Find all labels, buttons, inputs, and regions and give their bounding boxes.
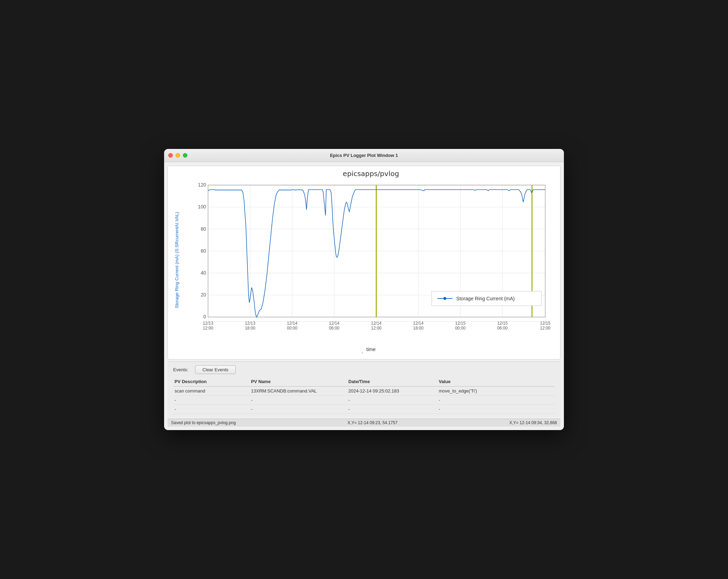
svg-text:18:00: 18:00	[413, 326, 423, 331]
table-header-row: PV Description PV Name Date/Time Value	[173, 377, 555, 387]
events-table: PV Description PV Name Date/Time Value s…	[173, 377, 555, 414]
svg-text:06:00: 06:00	[329, 326, 339, 331]
row1-value: -	[437, 397, 555, 403]
bottom-panel: Events: Clear Events PV Description PV N…	[168, 362, 560, 417]
svg-text:60: 60	[201, 248, 206, 254]
header-pv-name: PV Name	[250, 378, 347, 385]
svg-text:12/14: 12/14	[371, 321, 381, 326]
svg-text:12/15: 12/15	[497, 321, 508, 326]
svg-text:12:00: 12:00	[371, 326, 381, 331]
status-center: X,Y= 12-14 09:23, 54.1757	[348, 420, 398, 425]
chart-svg: 120 100 80 60 40 20 0 12/1312:00	[185, 181, 557, 345]
svg-text:0: 0	[203, 314, 206, 320]
row0-pv-desc: scan command	[173, 388, 250, 394]
row1-datetime: -	[347, 397, 437, 403]
titlebar: Epics PV Logger Plot Window 1	[164, 149, 564, 162]
svg-text:12/14: 12/14	[329, 321, 339, 326]
main-content: Storage Ring Current (mA) (S:SRcurrentAI…	[164, 162, 564, 430]
close-button[interactable]	[168, 153, 173, 158]
row0-datetime: 2024-12-14 09:25:02.183	[347, 388, 437, 394]
events-label: Events:	[173, 367, 188, 372]
chart-wrapper: epicsapps/pvlog	[185, 169, 557, 350]
events-row: Events: Clear Events	[173, 365, 555, 374]
status-bar: Saved plot to epicsapps_pvlog.png X,Y= 1…	[168, 419, 560, 427]
window-title: Epics PV Logger Plot Window 1	[330, 153, 398, 158]
traffic-lights	[168, 153, 187, 158]
svg-text:12/14: 12/14	[413, 321, 423, 326]
main-window: Epics PV Logger Plot Window 1 Storage Ri…	[164, 149, 564, 430]
header-value: Value	[437, 378, 555, 385]
row2-value: -	[437, 406, 555, 412]
x-axis-label: time	[185, 347, 557, 352]
svg-text:12:00: 12:00	[540, 326, 550, 331]
chart-title: epicsapps/pvlog	[185, 169, 557, 178]
plot-area: Storage Ring Current (mA) (S:SRcurrentAI…	[168, 166, 560, 359]
svg-text:00:00: 00:00	[455, 326, 466, 331]
svg-text:100: 100	[198, 204, 206, 209]
legend-label: Storage Ring Current (mA)	[456, 296, 515, 301]
status-right: X,Y= 12-14 09:34, 32.868	[509, 420, 557, 425]
svg-text:18:00: 18:00	[245, 326, 255, 331]
svg-text:40: 40	[201, 270, 206, 276]
table-row: - - - -	[173, 396, 555, 405]
header-datetime: Date/Time	[347, 378, 437, 385]
svg-text:12/13: 12/13	[203, 321, 213, 326]
svg-text:12/13: 12/13	[245, 321, 255, 326]
row1-pv-desc: -	[173, 397, 250, 403]
row2-pv-name: -	[250, 406, 347, 412]
chart-svg-container: 120 100 80 60 40 20 0 12/1312:00	[185, 181, 557, 345]
svg-point-46	[443, 297, 446, 300]
table-row: - - - -	[173, 405, 555, 414]
svg-text:20: 20	[201, 292, 206, 298]
svg-text:12/15: 12/15	[455, 321, 466, 326]
svg-text:12/14: 12/14	[287, 321, 297, 326]
row0-pv-name: 13XRM:SCANDB:command.VAL	[250, 388, 347, 394]
svg-text:80: 80	[201, 226, 206, 232]
row0-value: move_to_edge('Ti')	[437, 388, 555, 394]
status-left: Saved plot to epicsapps_pvlog.png	[171, 420, 236, 425]
svg-text:06:00: 06:00	[497, 326, 508, 331]
svg-text:120: 120	[198, 182, 206, 188]
row2-datetime: -	[347, 406, 437, 412]
header-pv-description: PV Description	[173, 378, 250, 385]
svg-text:12:00: 12:00	[203, 326, 213, 331]
svg-text:00:00: 00:00	[287, 326, 297, 331]
maximize-button[interactable]	[183, 153, 187, 158]
y-axis-label: Storage Ring Current (mA) (S:SRcurrentAI…	[168, 169, 185, 350]
minimize-button[interactable]	[176, 153, 180, 158]
svg-text:12/15: 12/15	[540, 321, 550, 326]
row1-pv-name: -	[250, 397, 347, 403]
table-row: scan command 13XRM:SCANDB:command.VAL 20…	[173, 387, 555, 396]
row2-pv-desc: -	[173, 406, 250, 412]
clear-events-button[interactable]: Clear Events	[195, 365, 235, 374]
